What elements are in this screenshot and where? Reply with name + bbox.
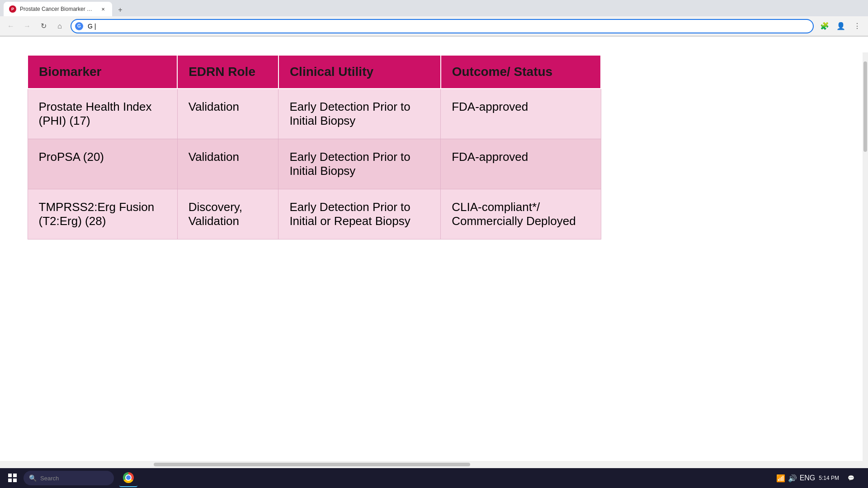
new-tab-button[interactable]: + [114, 4, 127, 16]
back-button[interactable]: ← [4, 19, 18, 33]
menu-icon[interactable]: ⋮ [850, 19, 864, 33]
tab-title: Prostate Cancer Biomarker Devel [20, 6, 96, 12]
biomarker-table: Biomarker EDRN Role Clinical Utility Out… [27, 55, 601, 239]
cell-edrn-role-1: Validation [177, 139, 278, 189]
chrome-icon [123, 472, 134, 483]
profile-icon[interactable]: 👤 [834, 19, 848, 33]
taskbar: 🔍 Search 📶 🔊 ENG 5:14 PM 💬 [0, 468, 868, 488]
search-placeholder: Search [40, 475, 59, 482]
taskbar-clock: 5:14 PM [819, 475, 839, 481]
google-icon: G [75, 22, 83, 30]
tab-close-button[interactable]: ✕ [99, 5, 107, 13]
cell-outcome-status-0: FDA-approved [441, 89, 601, 139]
header-biomarker: Biomarker [28, 55, 177, 89]
header-outcome-status: Outcome/ Status [441, 55, 601, 89]
clock-time: 5:14 PM [819, 475, 839, 481]
start-button[interactable] [4, 469, 22, 487]
toolbar-right-icons: 🧩 👤 ⋮ [817, 19, 864, 33]
cell-outcome-status-2: CLIA-compliant*/ Commercially Deployed [441, 189, 601, 239]
header-edrn-role: EDRN Role [177, 55, 278, 89]
taskbar-chrome-app[interactable] [119, 469, 137, 487]
cell-outcome-status-1: FDA-approved [441, 139, 601, 189]
windows-logo-icon [8, 474, 17, 483]
table-row: Prostate Health Index (PHI) (17) Validat… [28, 89, 601, 139]
scrollbar-thumb[interactable] [154, 463, 470, 466]
horizontal-scrollbar[interactable] [0, 461, 868, 468]
volume-icon: 🔊 [788, 474, 797, 483]
cell-biomarker-0: Prostate Health Index (PHI) (17) [28, 89, 177, 139]
scrollbar-thumb-vertical[interactable] [863, 61, 867, 152]
cell-clinical-utility-0: Early Detection Prior to Initial Biopsy [278, 89, 441, 139]
network-icon: 📶 [776, 474, 785, 483]
taskbar-pinned-apps [119, 469, 137, 487]
taskbar-search[interactable]: 🔍 Search [24, 471, 114, 485]
table-row: TMPRSS2:Erg Fusion (T2:Erg) (28) Discove… [28, 189, 601, 239]
cell-clinical-utility-2: Early Detection Prior to Initial or Repe… [278, 189, 441, 239]
reload-button[interactable]: ↻ [36, 19, 51, 33]
toolbar: ← → ↻ ⌂ G 🧩 👤 ⋮ [0, 16, 868, 36]
table-row: ProPSA (20) Validation Early Detection P… [28, 139, 601, 189]
cell-biomarker-1: ProPSA (20) [28, 139, 177, 189]
active-tab[interactable]: P Prostate Cancer Biomarker Devel ✕ [4, 2, 112, 16]
taskbar-right: 📶 🔊 ENG 5:14 PM 💬 [776, 469, 864, 487]
cell-edrn-role-0: Validation [177, 89, 278, 139]
notification-button[interactable]: 💬 [843, 469, 859, 487]
cell-biomarker-2: TMPRSS2:Erg Fusion (T2:Erg) (28) [28, 189, 177, 239]
vertical-scrollbar[interactable] [863, 52, 868, 461]
language-indicator: ENG [800, 474, 816, 482]
page-content: Biomarker EDRN Role Clinical Utility Out… [0, 37, 868, 454]
home-button[interactable]: ⌂ [52, 19, 67, 33]
extension-icon[interactable]: 🧩 [817, 19, 832, 33]
browser-chrome: P Prostate Cancer Biomarker Devel ✕ + ← … [0, 0, 868, 37]
address-bar[interactable] [71, 19, 814, 33]
tab-favicon: P [9, 5, 16, 13]
table-header-row: Biomarker EDRN Role Clinical Utility Out… [28, 55, 601, 89]
forward-button[interactable]: → [20, 19, 34, 33]
cell-clinical-utility-1: Early Detection Prior to Initial Biopsy [278, 139, 441, 189]
system-tray-icons: 📶 🔊 ENG [776, 474, 816, 483]
tab-bar: P Prostate Cancer Biomarker Devel ✕ + [0, 0, 868, 16]
address-bar-wrapper: G [71, 19, 814, 33]
cell-edrn-role-2: Discovery, Validation [177, 189, 278, 239]
search-icon: 🔍 [29, 474, 37, 482]
header-clinical-utility: Clinical Utility [278, 55, 441, 89]
